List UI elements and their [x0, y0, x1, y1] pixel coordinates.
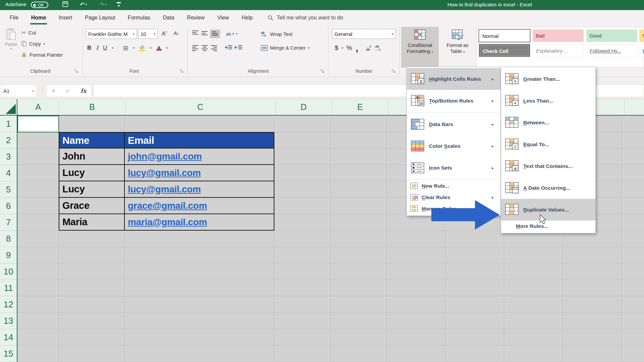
font-name-combo[interactable]: Franklin Gothic M ▾	[86, 29, 137, 39]
cut-button[interactable]: ✂ Cut	[21, 29, 36, 36]
cell-email-row5[interactable]: lucy@gmail.com	[125, 181, 274, 198]
number-dialog-launcher[interactable]	[392, 69, 396, 73]
column-header-J[interactable]: J	[625, 99, 644, 115]
column-header-B[interactable]: B	[59, 99, 125, 115]
fill-color-button[interactable]	[139, 45, 145, 51]
undo-button[interactable]: ↶▾	[80, 1, 87, 8]
save-button[interactable]	[62, 1, 68, 9]
cell-email-row4[interactable]: lucy@gmail.com	[125, 165, 274, 181]
underline-caret-icon[interactable]: ▾	[112, 46, 113, 50]
font-dialog-launcher[interactable]	[180, 69, 184, 73]
menu-item-top-bottom-rules[interactable]: 10Top/Bottom Rules▸	[407, 90, 500, 112]
cell-name-row5[interactable]: Lucy	[59, 181, 125, 198]
column-header-A[interactable]: A	[17, 99, 59, 115]
row-header-5[interactable]: 5	[0, 181, 17, 198]
conditional-formatting-button[interactable]: Conditional Formatting ▾	[401, 27, 439, 68]
row-header-6[interactable]: 6	[0, 198, 17, 214]
enter-button[interactable]: ✓	[66, 88, 70, 94]
row-header-8[interactable]: 8	[0, 231, 17, 247]
currency-format-button[interactable]: $	[335, 44, 338, 52]
row-header-9[interactable]: 9	[0, 247, 17, 263]
menu-item-a-date-occurring[interactable]: A Date Occurring...	[501, 177, 595, 199]
name-box[interactable]: A1 ▾	[0, 84, 37, 97]
tell-me-search[interactable]: Tell me what you want to do	[268, 15, 343, 21]
tab-formulas[interactable]: Formulas	[121, 10, 157, 25]
tab-review[interactable]: Review	[181, 10, 211, 25]
cell-email-row6[interactable]: grace@gmail.com	[125, 198, 274, 214]
align-bottom-button[interactable]	[210, 29, 220, 38]
autosave-toggle[interactable]: Off	[31, 2, 48, 8]
orientation-button[interactable]: ab↗	[226, 32, 234, 37]
row-header-13[interactable]: 13	[0, 313, 17, 329]
align-top-button[interactable]	[191, 29, 199, 38]
increase-decimal-button[interactable]: ←.0.00	[365, 45, 371, 51]
menu-item-manage-rules[interactable]: Manage Rules...	[407, 203, 500, 215]
tab-page-layout[interactable]: Page Layout	[78, 10, 121, 25]
style-bad[interactable]: Bad	[533, 29, 584, 42]
redo-button[interactable]: ↷▾	[99, 1, 106, 8]
menu-item-text-that-contains[interactable]: aText that Contains...	[501, 155, 595, 177]
paste-button[interactable]: Paste ▾	[3, 28, 19, 50]
cell-email-row7[interactable]: maria@gmail.com	[125, 214, 274, 231]
tab-insert[interactable]: Insert	[52, 10, 78, 25]
align-left-button[interactable]	[191, 44, 199, 52]
table-header-name[interactable]: Name	[59, 132, 125, 148]
borders-button[interactable]: ⊞	[123, 44, 128, 52]
cancel-button[interactable]: ×	[52, 87, 55, 95]
tab-view[interactable]: View	[211, 10, 235, 25]
style-hyperlink[interactable]: Hyperlink	[639, 44, 644, 57]
menu-item-data-bars[interactable]: Data Bars▸	[407, 113, 500, 135]
grow-font-button[interactable]: A˄	[162, 30, 167, 37]
column-header-E[interactable]: E	[332, 99, 388, 115]
cell-name-row4[interactable]: Lucy	[59, 165, 125, 181]
alignment-dialog-launcher[interactable]	[321, 69, 325, 73]
wrap-text-button[interactable]: ab Wrap Text	[261, 31, 292, 37]
menu-item-color-scales[interactable]: Color Scales▸	[407, 135, 500, 157]
tab-help[interactable]: Help	[235, 10, 259, 25]
bold-button[interactable]: B	[87, 45, 91, 51]
table-header-email[interactable]: Email	[125, 132, 274, 148]
menu-item-icon-sets[interactable]: Icon Sets▸	[407, 157, 500, 179]
menu-item-clear-rules[interactable]: Clear Rules▸	[407, 192, 500, 203]
font-size-combo[interactable]: 10 ▾	[138, 29, 158, 39]
column-header-D[interactable]: D	[275, 99, 332, 115]
percent-format-button[interactable]: %	[346, 44, 352, 52]
row-header-10[interactable]: 10	[0, 263, 17, 280]
align-middle-button[interactable]	[201, 29, 209, 38]
row-header-7[interactable]: 7	[0, 214, 17, 231]
cell-name-row3[interactable]: John	[59, 148, 125, 165]
row-header-4[interactable]: 4	[0, 165, 17, 181]
insert-function-button[interactable]: fx	[80, 87, 86, 94]
shrink-font-button[interactable]: A˅	[174, 30, 179, 36]
style-normal[interactable]: Normal	[479, 29, 530, 42]
align-right-button[interactable]	[210, 44, 218, 52]
underline-button[interactable]: U	[103, 45, 107, 51]
menu-item-equal-to[interactable]: =Equal To...	[501, 133, 595, 155]
select-all-corner[interactable]	[0, 99, 17, 116]
menu-item-less-than[interactable]: <Less Than...	[501, 90, 595, 112]
italic-button[interactable]: I	[96, 45, 98, 51]
menu-item-highlight-cells-rules[interactable]: ≤Highlight Cells Rules▸	[407, 68, 500, 90]
format-painter-button[interactable]: Format Painter	[21, 52, 63, 58]
row-header-14[interactable]: 14	[0, 329, 17, 346]
menu-item-between[interactable]: Between...	[501, 112, 595, 133]
clipboard-dialog-launcher[interactable]	[74, 69, 78, 73]
row-header-3[interactable]: 3	[0, 148, 17, 165]
customize-qat-button[interactable]: ▬▾	[117, 0, 121, 8]
row-header-2[interactable]: 2	[0, 132, 17, 148]
menu-item-greater-than[interactable]: >Greater Than...	[501, 68, 595, 90]
tab-home[interactable]: Home	[25, 10, 52, 25]
comma-format-button[interactable]: ,	[356, 46, 358, 50]
column-header-C[interactable]: C	[125, 99, 275, 115]
style-neutral[interactable]: Neutral	[639, 29, 644, 42]
style-followed-hyperlink[interactable]: Followed Hy...	[586, 44, 637, 57]
merge-center-button[interactable]: Merge & Center ▾	[261, 45, 309, 51]
cell-name-row7[interactable]: Maria	[59, 214, 125, 231]
row-header-11[interactable]: 11	[0, 280, 17, 296]
format-as-table-button[interactable]: Format as Table ▾	[440, 27, 475, 68]
cell-email-row3[interactable]: john@gmail.com	[125, 148, 274, 165]
menu-item-more-rules[interactable]: More Rules...	[501, 221, 595, 232]
menu-item-duplicate-values[interactable]: Duplicate Values...	[501, 199, 595, 221]
menu-item-new-rule[interactable]: New Rule...	[407, 180, 500, 192]
style-good[interactable]: Good	[586, 29, 637, 42]
